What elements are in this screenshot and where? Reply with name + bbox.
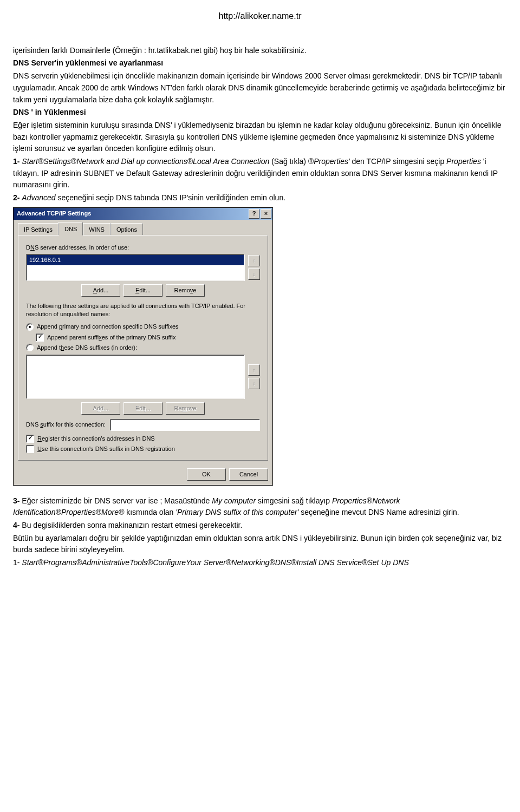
remove-suffix-button[interactable]: Remove (166, 402, 205, 415)
body-text: içerisinden farklı Domainlerle (Örneğin … (13, 45, 507, 57)
suffix-move-down-button[interactable]: ↓ (248, 378, 260, 389)
menu-path: My computer (212, 496, 256, 505)
edit-suffix-button[interactable]: Edit... (123, 402, 162, 415)
step-number: 4- (13, 521, 22, 529)
step-2: 2- Advanced seçeneğini seçip DNS tabında… (13, 192, 507, 204)
add-server-button[interactable]: Add... (81, 284, 120, 297)
access-key: N (30, 244, 35, 251)
access-key: d (97, 405, 100, 411)
text: (Sağ tıkla) (271, 157, 308, 166)
checkbox-label: Append parent suffixes of the primary DN… (47, 333, 176, 342)
add-suffix-button[interactable]: Add... (81, 402, 120, 415)
access-key: t (144, 405, 146, 411)
dns-suffix-input[interactable] (110, 419, 260, 431)
arrow-up-icon: ↑ (253, 258, 256, 264)
step-3: 3- Eğer sisteminizde bir DNS server var … (13, 495, 507, 519)
menu-path: 'Primary DNS suffix of this computer' (176, 508, 298, 516)
checkbox-icon (36, 333, 44, 342)
dns-suffixes-listbox[interactable] (26, 355, 245, 399)
step-number: 3- (13, 496, 22, 505)
tab-options[interactable]: Options (110, 223, 143, 235)
move-down-button[interactable]: ↓ (248, 269, 260, 280)
arrow-down-icon: ↓ (253, 271, 256, 277)
check-append-parent[interactable]: Append parent suffixes of the primary DN… (36, 333, 260, 342)
access-key: m (182, 405, 187, 411)
section-heading: DNS Server'in yüklenmesi ve ayarlanması (13, 57, 507, 69)
access-key: A (93, 287, 97, 293)
access-key: E (135, 287, 139, 293)
access-key: v (190, 287, 193, 293)
access-key: R (37, 435, 42, 442)
radio-icon (26, 323, 34, 331)
menu-path: ®Properties' (308, 157, 350, 166)
access-key: p (59, 323, 62, 330)
dns-servers-listbox[interactable]: 192.168.0.1 (26, 254, 245, 281)
body-text: DNS serverin yüklenebilmesi için öncelik… (13, 70, 507, 106)
three-settings-text: The following three settings are applied… (26, 302, 260, 318)
access-key: h (61, 344, 64, 351)
arrow-down-icon: ↓ (253, 381, 256, 387)
tab-ip-settings[interactable]: IP Settings (18, 223, 58, 235)
text: seçeneğini seçip DNS tabında DNS IP'sini… (58, 193, 286, 202)
menu-path: Advanced (22, 193, 55, 202)
step-number: 1- (13, 157, 22, 166)
checkbox-label: Use this connection's DNS suffix in DNS … (37, 444, 175, 454)
radio-label: Append primary and connection specific D… (37, 322, 179, 331)
help-button[interactable]: ? (249, 209, 259, 219)
text: Bu degisikliklerden sonra makinanızın re… (22, 521, 242, 529)
check-register-dns[interactable]: Register this connection's addresses in … (26, 434, 260, 443)
radio-append-primary[interactable]: Append primary and connection specific D… (26, 322, 260, 331)
dns-servers-label: DNS server addresses, in order of use: (26, 243, 260, 252)
text: simgesini sağ tıklayıp (258, 496, 332, 505)
menu-path: Start®Settings®Network and Dial up conne… (22, 157, 269, 166)
body-text: Bütün bu ayarlamaları doğru bir şekilde … (13, 533, 507, 556)
arrow-up-icon: ↑ (253, 367, 256, 373)
checkbox-label: Register this connection's addresses in … (37, 434, 155, 443)
text: kısmında olan (126, 508, 176, 516)
edit-server-button[interactable]: Edit... (123, 284, 162, 297)
access-key: U (37, 446, 42, 452)
cancel-button[interactable]: Cancel (229, 468, 268, 481)
help-icon: ? (252, 211, 256, 217)
step-number: 1- (13, 558, 22, 567)
access-key: x (99, 334, 102, 340)
dns-server-item[interactable]: 192.168.0.1 (27, 255, 244, 265)
ok-button[interactable]: OK (187, 468, 226, 481)
section-heading: DNS ' in Yüklenmesi (13, 107, 507, 119)
text: Eğer sisteminizde bir DNS server var ise… (22, 496, 212, 505)
close-icon: × (264, 211, 268, 217)
radio-icon (26, 344, 34, 351)
dns-suffix-label: DNS suffix for this connection: (26, 420, 106, 429)
radio-append-these[interactable]: Append these DNS suffixes (in order): (26, 343, 260, 352)
dns-tab-panel: DNS server addresses, in order of use: 1… (18, 235, 268, 461)
radio-label: Append these DNS suffixes (in order): (37, 343, 137, 352)
install-path: 1- Start®Programs®AdministrativeTools®Co… (13, 557, 507, 569)
tab-dns[interactable]: DNS (58, 222, 83, 235)
step-1: 1- Start®Settings®Network and Dial up co… (13, 156, 507, 191)
close-button[interactable]: × (261, 209, 271, 219)
tab-wins[interactable]: WINS (83, 223, 110, 235)
access-key: s (40, 421, 43, 428)
checkbox-icon (26, 435, 34, 443)
menu-path: Properties (446, 157, 481, 166)
dialog-titlebar[interactable]: Advanced TCP/IP Settings ? × (14, 208, 272, 220)
remove-server-button[interactable]: Remove (166, 284, 205, 297)
dialog-title: Advanced TCP/IP Settings (17, 209, 248, 218)
text: seçeneğine mevcut DNS Name adresinizi gi… (301, 508, 459, 516)
body-text: Eğer işletim sisteminin kuruluşu sırasın… (13, 120, 507, 155)
advanced-tcpip-dialog: Advanced TCP/IP Settings ? × IP Settings… (13, 207, 273, 486)
checkbox-icon (26, 445, 34, 453)
move-up-button[interactable]: ↑ (248, 255, 260, 266)
text: den TCP/IP simgesini seçip (352, 157, 447, 166)
tab-strip: IP Settings DNS WINS Options (18, 223, 268, 235)
suffix-move-up-button[interactable]: ↑ (248, 364, 260, 376)
menu-path: Start®Programs®AdministrativeTools®Confi… (22, 558, 408, 567)
step-number: 2- (13, 193, 22, 202)
page-header-url: http://alikoker.name.tr (13, 10, 507, 23)
step-4: 4- Bu degisikliklerden sonra makinanızın… (13, 520, 507, 532)
check-use-suffix[interactable]: Use this connection's DNS suffix in DNS … (26, 444, 260, 454)
